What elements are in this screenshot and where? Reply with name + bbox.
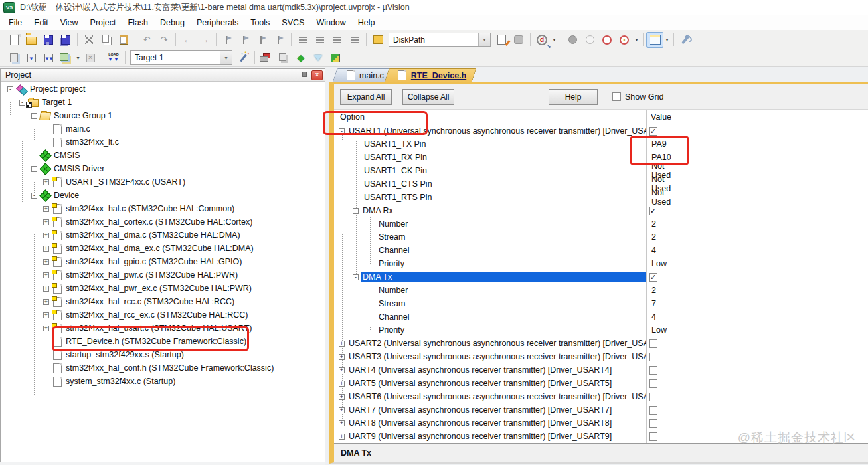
show-grid-checkbox[interactable] (612, 92, 621, 101)
stop-build-icon[interactable]: ✕ (82, 50, 99, 66)
project-tree-item[interactable]: +stm32f4xx_hal_dma.c (STM32Cube HAL:DMA) (1, 229, 325, 242)
clear-bookmarks-icon[interactable] (271, 32, 288, 48)
value-checkbox-unchecked[interactable] (649, 406, 657, 415)
collapse-all-button[interactable]: Collapse All (402, 89, 454, 105)
project-tree-item[interactable]: +stm32f4xx_hal_gpio.c (STM32Cube HAL:GPI… (1, 255, 325, 268)
collapse-expander[interactable]: - (31, 113, 37, 119)
config-row[interactable]: +UART4 (Universal asynchronous receiver … (334, 363, 646, 377)
select-software-packs-icon[interactable]: ◆ (292, 50, 309, 66)
rebuild-icon[interactable]: ▼▼ (40, 50, 57, 66)
config-row[interactable]: +USART6 (Universal synchronous asynchron… (334, 390, 646, 403)
collapse-expander[interactable]: - (7, 86, 13, 92)
collapse-expander[interactable]: - (353, 208, 359, 214)
new-file-icon[interactable] (5, 32, 23, 48)
config-row[interactable]: +UART8 (Universal asynchronous receiver … (334, 417, 646, 430)
outdent-icon[interactable] (311, 32, 329, 48)
project-tree-item[interactable]: +stm32f4xx_hal_usart.c (STM32Cube HAL:US… (1, 322, 325, 335)
translate-icon[interactable] (5, 50, 23, 66)
batch-build-icon[interactable] (57, 50, 74, 66)
menu-flash[interactable]: Flash (122, 16, 154, 29)
target-combo-dropdown[interactable]: ▾ (220, 51, 232, 64)
comment-icon[interactable] (329, 32, 346, 48)
expand-expander[interactable]: + (43, 312, 49, 318)
project-tree-item[interactable]: +stm32f4xx_hal_cortex.c (STM32Cube HAL:C… (1, 215, 325, 229)
config-row[interactable]: +USART3 (Universal synchronous asynchron… (334, 350, 646, 363)
enable-breakpoint-icon[interactable] (581, 32, 598, 48)
project-tree-item[interactable]: stm32f4xx_hal_conf.h (STM32Cube Framewor… (1, 361, 325, 375)
navigate-back-icon[interactable]: ← (179, 32, 196, 48)
tab-rte-device-h[interactable]: RTE_Device.h (387, 68, 474, 82)
project-tree-item[interactable]: main.c (1, 122, 325, 136)
value-checkbox-unchecked[interactable] (649, 393, 657, 401)
menu-project[interactable]: Project (84, 16, 122, 29)
close-panel-button[interactable]: x (311, 70, 323, 80)
menu-file[interactable]: File (3, 16, 28, 29)
project-tree-item[interactable]: +stm32f4xx_hal.c (STM32Cube HAL:Common) (1, 202, 325, 215)
tab-main-c[interactable]: main.c (335, 68, 392, 82)
undo-icon[interactable]: ↶ (138, 32, 155, 48)
previous-bookmark-icon[interactable] (236, 32, 254, 48)
window-layout-icon[interactable] (646, 32, 663, 48)
value-text[interactable]: 7 (649, 299, 656, 308)
configure-find-icon[interactable] (369, 32, 387, 48)
silicon-vendor-icon[interactable] (309, 50, 327, 66)
indent-icon[interactable] (294, 32, 311, 48)
collapse-expander[interactable]: - (353, 274, 359, 280)
expand-expander[interactable]: + (339, 341, 345, 347)
config-row[interactable]: -USART1 (Universal synchronous asynchron… (334, 124, 646, 138)
menu-view[interactable]: View (54, 16, 84, 29)
paste-icon[interactable] (115, 32, 132, 48)
manage-project-items-icon[interactable] (275, 50, 292, 66)
project-tree-item[interactable]: +USART_STM32F4xx.c (USART) (1, 175, 325, 189)
expand-expander[interactable]: + (43, 246, 49, 252)
menu-debug[interactable]: Debug (154, 16, 191, 29)
save-all-icon[interactable] (57, 32, 74, 48)
value-text[interactable]: PA9 (649, 140, 667, 149)
dropdown-caret[interactable]: ▾ (663, 33, 671, 47)
project-tree-item[interactable]: +stm32f4xx_hal_rcc_ex.c (STM32Cube HAL:R… (1, 308, 325, 322)
value-checkbox-unchecked[interactable] (649, 366, 657, 375)
save-icon[interactable] (40, 32, 57, 48)
expand-expander[interactable]: + (339, 367, 345, 373)
menu-peripherals[interactable]: Peripherals (191, 16, 244, 29)
collapse-expander[interactable]: - (19, 100, 25, 106)
expand-expander[interactable]: + (43, 232, 49, 238)
expand-expander[interactable]: + (339, 381, 345, 387)
config-row[interactable]: USART1_CK PinNot Used (334, 164, 646, 177)
value-checkbox-unchecked[interactable] (649, 432, 657, 441)
value-text[interactable]: 4 (649, 246, 656, 255)
config-row[interactable]: +UART7 (Universal asynchronous receiver … (334, 403, 646, 417)
help-button[interactable]: Help (549, 89, 598, 105)
config-row[interactable]: Channel4 (334, 310, 646, 324)
project-tree-item[interactable]: +stm32f4xx_hal_pwr.c (STM32Cube HAL:PWR) (1, 268, 325, 282)
expand-expander[interactable]: + (43, 219, 49, 225)
expand-expander[interactable]: + (43, 286, 49, 292)
collapse-expander[interactable]: - (31, 166, 37, 172)
grep-icon[interactable] (510, 32, 527, 48)
value-checkbox-checked[interactable]: ✓ (649, 273, 657, 282)
config-row[interactable]: +USART2 (Universal synchronous asynchron… (334, 337, 646, 350)
next-bookmark-icon[interactable] (254, 32, 271, 48)
collapse-expander[interactable]: - (339, 128, 345, 134)
value-checkbox-unchecked[interactable] (649, 353, 657, 361)
kill-breakpoints-icon[interactable]: x (616, 32, 633, 48)
manage-rte-icon[interactable] (258, 50, 275, 66)
expand-expander[interactable]: + (339, 420, 345, 426)
diskpath-combo[interactable]: DiskPath▾ (389, 33, 491, 47)
target-combo[interactable]: Target 1▾ (130, 50, 232, 65)
expand-all-button[interactable]: Expand All (340, 89, 392, 105)
disable-breakpoints-icon[interactable] (598, 32, 616, 48)
options-for-target-icon[interactable] (234, 50, 252, 66)
find-in-files-icon[interactable] (493, 32, 510, 48)
value-checkbox-unchecked[interactable] (649, 339, 657, 348)
expand-expander[interactable]: + (339, 434, 345, 440)
insert-breakpoint-icon[interactable] (564, 32, 581, 48)
expand-expander[interactable]: + (339, 354, 345, 360)
project-tree-item[interactable]: stm32f4xx_it.c (1, 136, 325, 149)
config-row[interactable]: Stream7 (334, 297, 646, 310)
config-row[interactable]: +UART9 (Universal asynchronous receiver … (334, 430, 646, 443)
value-checkbox-unchecked[interactable] (649, 379, 657, 388)
navigate-forward-icon[interactable]: → (196, 32, 213, 48)
menu-help[interactable]: Help (352, 16, 381, 29)
dropdown-caret[interactable]: ▾ (74, 50, 82, 65)
